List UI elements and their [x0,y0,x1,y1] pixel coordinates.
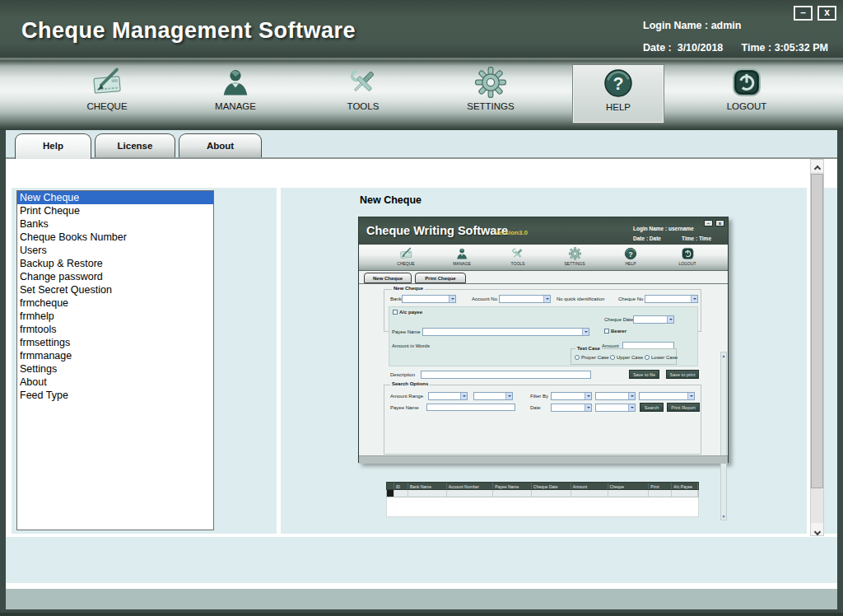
scrollbar-thumb[interactable] [811,174,823,488]
scroll-down-button[interactable] [811,523,823,535]
time-value: Time : 3:05:32 PM [742,42,828,54]
list-item[interactable]: Change password [17,270,213,283]
list-item[interactable]: Cheque Books Number [17,231,213,244]
main-toolbar: CHEQUE MANAGE TOOLS SETTINGS HELP LOGOUT [0,60,843,130]
ac-payee-checkbox: A/c payee [393,310,422,315]
help-preview-image: Cheque Writing Software Version3.0 – x L… [358,217,729,463]
login-name: Login Name : admin [643,20,828,31]
payee-name-dropdown [422,328,589,336]
list-item[interactable]: Feed Type [17,389,213,402]
person-icon [455,247,468,260]
account-no-dropdown [499,295,551,303]
preview-tab-strip: New Cheque Print Cheque [359,271,728,283]
app-window: Cheque Management Software – x Login Nam… [0,0,843,616]
list-item[interactable]: frmcheque [17,296,213,310]
help-topic-title: New Cheque [360,194,422,206]
question-icon [624,247,637,260]
filter-by-dropdown-1 [551,392,592,400]
preview-status-bar [359,455,728,464]
right-margin-strip [824,188,837,534]
save-to-print-button: Save to print [666,370,699,379]
search-payee-input [426,404,515,411]
date-from-dropdown [551,404,592,412]
upper-case-radio: Upper Case [610,355,643,360]
preview-content: New Cheque Bank Account No No quick iden… [359,283,728,455]
cheque-no-dropdown [645,295,698,303]
status-band [6,589,837,609]
list-item[interactable]: About [17,376,213,389]
list-item[interactable]: Backup & Restore [17,257,213,270]
list-item[interactable]: Users [17,244,213,257]
lower-case-radio: Lower Case [645,355,678,360]
power-icon [681,247,694,260]
toolbar-item-help[interactable]: HELP [573,65,664,123]
help-topics-list[interactable]: New Cheque Print Cheque Banks Cheque Boo… [16,190,214,530]
bottom-panel [6,537,837,583]
preview-tab-new-cheque: New Cheque [364,273,412,283]
scroll-down-icon [813,529,820,535]
preview-close-icon: x [715,220,724,226]
scroll-down-icon: ▼ [721,514,726,519]
cheque-icon [91,67,123,98]
proper-case-radio: Proper Case [575,355,609,360]
toolbar-item-tools[interactable]: TOOLS [318,67,408,121]
date-value: Date : 3/10/2018 [643,42,723,54]
list-item[interactable]: frmtools [17,323,213,336]
gear-icon [475,67,506,98]
preview-version: Version3.0 [495,229,528,236]
list-item[interactable]: Set Secret Question [17,283,213,296]
person-icon [220,67,251,98]
preview-app-title: Cheque Writing Software [366,224,508,237]
minimize-button[interactable]: – [794,6,813,21]
tools-icon [511,247,524,260]
amount-range-to-dropdown [473,392,513,400]
list-item[interactable]: frmhelp [17,310,213,323]
toolbar-item-logout[interactable]: LOGOUT [701,67,792,121]
list-item[interactable]: Print Cheque [17,204,213,217]
filter-by-dropdown-3 [639,392,695,400]
bank-dropdown [402,295,456,303]
save-to-file-button: Save to file [629,370,659,379]
vertical-scrollbar[interactable] [810,159,824,536]
help-topics-panel: New Cheque Print Cheque Banks Cheque Boo… [12,188,277,534]
cheque-icon [399,247,412,260]
search-button: Search [640,403,664,412]
preview-title-bar: Cheque Writing Software Version3.0 – x L… [359,217,728,245]
date-to-dropdown [595,404,636,412]
description-input [421,371,591,379]
bearer-checkbox: Bearer [604,329,626,334]
session-info: Login Name : admin Date : 3/10/2018 Time… [643,20,828,54]
amount-range-from-dropdown [428,392,468,400]
close-button[interactable]: x [817,6,836,21]
tab-about[interactable]: About [179,133,262,157]
scroll-up-icon [813,166,820,172]
help-content-panel: New Cheque Cheque Writing Software Versi… [281,188,807,534]
list-item[interactable]: Settings [17,362,213,376]
scroll-up-icon: ▲ [721,353,726,358]
tab-help[interactable]: Help [15,133,91,159]
toolbar-item-cheque[interactable]: CHEQUE [62,67,152,121]
tab-license[interactable]: License [95,133,175,157]
print-report-button: Print Report [667,403,700,412]
preview-scrollbar: ▲ ▼ [720,352,727,520]
gear-icon [568,247,581,260]
cheque-date-dropdown [633,315,674,324]
table-empty-row [386,490,699,497]
help-page: New Cheque Print Cheque Banks Cheque Boo… [6,159,837,589]
question-icon [603,68,634,99]
preview-tab-print-cheque: Print Cheque [415,273,466,283]
list-item[interactable]: Banks [17,217,213,231]
toolbar-item-manage[interactable]: MANAGE [190,67,281,121]
app-title: Cheque Management Software [21,18,356,44]
close-icon: x [824,7,830,18]
list-item[interactable]: frmmanage [17,349,213,362]
minimize-icon: – [800,7,806,18]
table-blank-area [386,497,699,517]
power-icon [731,67,762,98]
list-item[interactable]: frmsettings [17,336,213,349]
toolbar-item-settings[interactable]: SETTINGS [445,67,536,121]
scroll-up-button[interactable] [811,160,823,172]
list-item[interactable]: New Cheque [17,191,213,204]
title-bar: Cheque Management Software – x Login Nam… [0,0,843,58]
preview-results-table: ID Bank Name Account Number Payee Name C… [386,482,699,497]
